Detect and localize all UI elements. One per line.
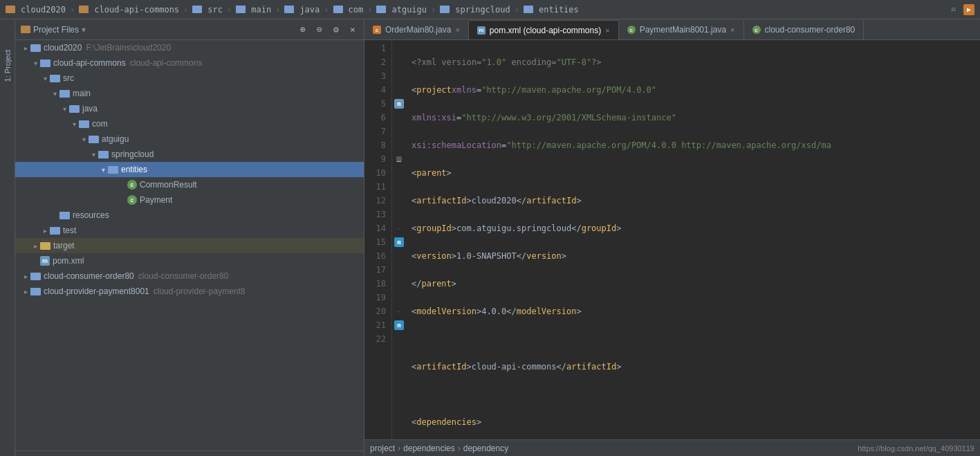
folder-icon-main [59,90,70,98]
file-icon-pom: m [40,256,50,266]
tree-item-cloud-consumer[interactable]: ▸ cloud-consumer-order80 cloud-consumer-… [15,268,364,284]
tree-arrow-cloud-provider[interactable]: ▸ [21,288,30,295]
tab-paymentmain[interactable]: c PaymentMain8001.java × [619,20,744,39]
code-line-14: <dependencies> [412,415,980,429]
tree-label-resources: resources [73,210,109,220]
tree-arrow-src[interactable]: ▾ [40,75,50,82]
status-crumb-2: dependency [463,444,508,453]
tree-item-resources[interactable]: resources [15,208,364,223]
tree-item-test[interactable]: ▸ test [15,223,364,238]
tab-close-pom[interactable]: × [605,26,609,35]
tree-item-com[interactable]: ▾ com [15,116,364,131]
tree-item-commonresult[interactable]: c CommonResult [15,177,364,192]
folder-icon-src [50,75,60,82]
breadcrumb-item-1[interactable]: cloud-api-commons [94,5,179,15]
tab-cloud-consumer[interactable]: c cloud-consumer-order80 [744,20,865,39]
breadcrumb-item-7[interactable]: springcloud [455,5,510,15]
breadcrumb-bar: cloud2020 › cloud-api-commons › src › ma… [0,0,980,19]
tree-arrow-target[interactable]: ▸ [30,242,40,250]
gutter-fold-20[interactable]: − [398,309,401,315]
tree-arrow-java[interactable]: ▾ [59,105,69,113]
tree-label-cloud2020: cloud2020 [44,43,82,53]
breadcrumb-item-2[interactable]: src [207,5,223,15]
tree-arrow-entities[interactable]: ▾ [98,166,108,174]
tree-label-cloud-provider: cloud-provider-payment8001 [44,286,149,296]
tree-arrow-main[interactable]: ▾ [50,90,59,98]
run-icon[interactable]: ▶ [963,4,974,15]
sidebar-scrollbar[interactable] [15,450,364,456]
close-icon[interactable]: × [347,24,358,35]
tree-arrow-atguigu[interactable]: ▾ [79,136,89,143]
tree-item-entities[interactable]: ▾ entities [15,162,364,177]
tree-item-cloud2020[interactable]: ▸ cloud2020 F:\JetBrains\cloud2020 [15,40,364,55]
breadcrumb-item-3[interactable]: main [251,5,271,15]
folder-icon-com [79,120,89,128]
tree-item-atguigu[interactable]: ▾ atguigu [15,131,364,147]
tree-arrow-test[interactable]: ▸ [40,227,50,235]
tree-item-cloud-provider[interactable]: ▸ cloud-provider-payment8001 cloud-provi… [15,284,364,299]
tree-label-commonresult: CommonResult [140,180,197,190]
tab-icon-ordermain80: c [373,26,381,34]
sidebar-title-label: Project Files [33,25,79,35]
gutter-fold-9[interactable]: − [396,156,402,162]
tab-label-paymentmain: PaymentMain8001.java [640,25,726,35]
breadcrumb-folder-icon-6 [376,6,386,13]
breadcrumb-item-0[interactable]: cloud2020 [21,5,66,15]
code-line-8: <version>1.0-SNAPSHOT</version> [412,249,980,263]
breadcrumb-item-4[interactable]: java [299,5,320,15]
sidebar-folder-icon [21,26,30,33]
tree-item-target[interactable]: ▸ target [15,238,364,253]
collapse-icon[interactable]: ⊖ [314,24,325,35]
breadcrumb-root-icon [6,6,15,13]
tree-item-cloud-api-commons[interactable]: ▾ cloud-api-commons cloud-api-commons [15,55,364,71]
tree-label-com: com [92,119,108,129]
gutter-m-icon-5: m [394,99,404,109]
file-icon-payment: c [127,195,137,205]
tree-arrow-com[interactable]: ▾ [69,120,79,128]
gutter-fold-14[interactable]: − [398,226,401,232]
tree-label-java: java [82,104,98,113]
code-content[interactable]: <?xml version="1.0" encoding="UTF-8"?> <… [406,40,980,439]
folder-icon-test [50,227,60,235]
breadcrumb-item-6[interactable]: atguigu [391,5,427,15]
breadcrumb-item-8[interactable]: entities [539,5,579,15]
tree-item-payment[interactable]: c Payment [15,192,364,208]
tab-close-ordermain80[interactable]: × [455,26,459,34]
tab-close-paymentmain[interactable]: × [730,26,734,34]
tree-item-java[interactable]: ▾ java [15,101,364,116]
locate-icon[interactable]: ⊕ [297,24,308,35]
tree-item-src[interactable]: ▾ src [15,71,364,86]
tree-label-target: target [53,241,75,250]
code-line-9: </parent> [412,277,980,291]
project-tab-label[interactable]: 1: Project [2,47,13,84]
tree-item-springcloud[interactable]: ▾ springcloud [15,147,364,162]
tree-label-src: src [63,73,74,83]
tree-label-springcloud: springcloud [111,149,154,159]
folder-icon-springcloud [98,151,109,158]
editor-area: c OrderMain80.java × m pom.xml (cloud-ap… [364,19,980,456]
tab-label-ordermain80: OrderMain80.java [385,25,451,35]
tab-ordermain80[interactable]: c OrderMain80.java × [364,20,469,39]
breadcrumb-folder-icon-7 [440,6,450,13]
left-tab-panel: 1: Project [0,19,15,456]
tree-arrow-cloud-consumer[interactable]: ▸ [21,273,30,280]
file-icon-commonresult: c [127,180,137,190]
code-editor[interactable]: 1 2 3 4 5 6 7 8 9 10 11 12 13 14 15 16 1… [364,40,980,439]
code-line-4: xsi:schemaLocation="http://maven.apache.… [412,138,980,152]
sidebar-dropdown-arrow[interactable]: ▾ [82,25,86,35]
tree-arrow-cloud-api-commons[interactable]: ▾ [30,60,40,67]
file-tree: ▸ cloud2020 F:\JetBrains\cloud2020 ▾ clo… [15,40,364,450]
search-icon[interactable]: ⌕ [950,3,956,16]
tree-arrow-springcloud[interactable]: ▾ [89,151,98,158]
code-line-10: <modelVersion>4.0.0</modelVersion> [412,304,980,318]
breadcrumb-item-5[interactable]: com [349,5,364,15]
tree-item-main[interactable]: ▾ main [15,86,364,101]
tree-item-pom-xml[interactable]: m pom.xml [15,253,364,268]
tree-arrow-cloud2020[interactable]: ▸ [21,44,30,52]
settings-icon[interactable]: ⚙ [331,24,342,35]
tab-icon-paymentmain: c [627,26,636,34]
tab-pom[interactable]: m pom.xml (cloud-api-commons) × [469,20,619,39]
sidebar-title: Project Files ▾ [21,25,293,35]
status-right: https://blog.csdn.net/qq_40930119 [858,444,974,453]
tree-label-main: main [73,89,91,98]
